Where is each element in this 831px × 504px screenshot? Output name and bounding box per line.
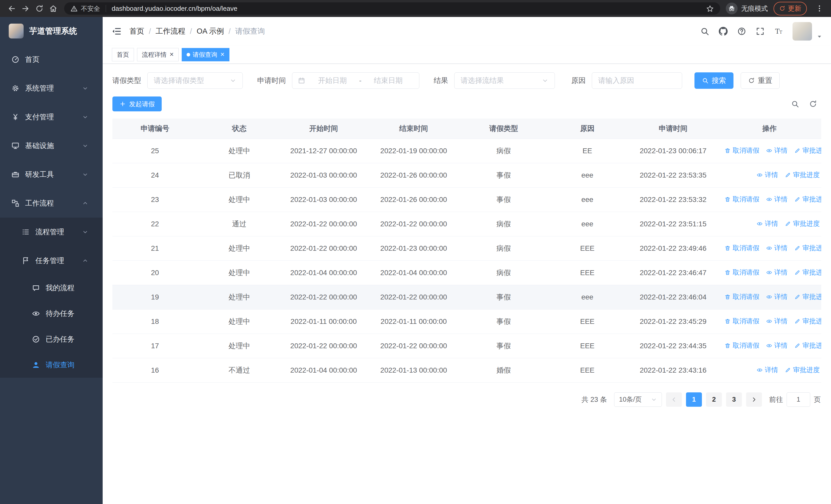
detail-link[interactable]: 详情 [766, 195, 787, 204]
detail-link[interactable]: 详情 [766, 268, 787, 277]
refresh-table-icon[interactable] [809, 100, 817, 108]
reason-input[interactable] [598, 77, 676, 85]
cell-start: 2022-01-04 00:00:00 [281, 358, 366, 382]
cell-apply_time: 2022-01-22 23:51:15 [629, 212, 718, 236]
detail-link[interactable]: 详情 [766, 243, 787, 253]
sidebar-collapse-icon[interactable] [111, 26, 122, 36]
sidebar-item-devtools[interactable]: 研发工具 [0, 160, 103, 189]
search-icon[interactable] [700, 27, 709, 36]
browser-menu-button[interactable] [812, 2, 826, 16]
sidebar-item-workflow[interactable]: 工作流程 [0, 189, 103, 217]
detail-link[interactable]: 详情 [766, 146, 787, 155]
sidebar-item-my-process[interactable]: 我的流程 [0, 275, 103, 301]
github-icon[interactable] [719, 27, 728, 36]
cancel-link[interactable]: 取消请假 [724, 146, 760, 155]
browser-forward-button[interactable] [19, 2, 32, 16]
delete-icon [724, 294, 730, 300]
page-size-select[interactable]: 10条/页 [614, 392, 662, 407]
sidebar-item-home[interactable]: 首页 [0, 45, 103, 74]
tab-0[interactable]: 首页 [112, 48, 134, 61]
detail-link[interactable]: 详情 [766, 341, 787, 350]
detail-link[interactable]: 详情 [756, 170, 778, 179]
chevron-down-icon [82, 171, 88, 178]
leave-type-select[interactable]: 请选择请假类型 [147, 72, 243, 89]
cell-status: 不通过 [197, 358, 281, 382]
briefcase-icon [11, 170, 20, 179]
breadcrumb-item[interactable]: 工作流程 [155, 26, 185, 36]
font-size-icon[interactable]: TT [774, 27, 783, 36]
goto-page-input[interactable] [786, 392, 810, 407]
browser-reload-button[interactable] [32, 2, 46, 16]
address-bar[interactable]: 不安全 dashboard.yudao.iocoder.cn/bpm/oa/le… [64, 2, 720, 14]
next-page-button[interactable] [746, 392, 762, 407]
tab-2[interactable]: 请假查询× [182, 48, 229, 61]
cancel-link[interactable]: 取消请假 [724, 243, 760, 253]
progress-link[interactable]: 审批进度 [794, 292, 821, 301]
cancel-link[interactable]: 取消请假 [724, 195, 760, 204]
detail-link[interactable]: 详情 [766, 292, 787, 301]
create-leave-button[interactable]: 发起请假 [112, 96, 162, 111]
sidebar-item-system[interactable]: 系统管理 [0, 74, 103, 102]
progress-link[interactable]: 审批进度 [794, 195, 821, 204]
page-button-2[interactable]: 2 [706, 392, 722, 407]
progress-link[interactable]: 审批进度 [785, 170, 820, 179]
edit-icon [794, 318, 800, 324]
update-button[interactable]: 更新 [774, 2, 807, 16]
page-button-3[interactable]: 3 [726, 392, 742, 407]
cell-actions: 详情审批进度 [718, 163, 821, 187]
prev-page-button[interactable] [666, 392, 682, 407]
apply-time-range-picker[interactable]: 开始日期 - 结束日期 [292, 72, 419, 89]
cell-status: 处理中 [197, 334, 281, 358]
cancel-link[interactable]: 取消请假 [724, 341, 760, 350]
progress-link[interactable]: 审批进度 [794, 243, 821, 253]
breadcrumb-item[interactable]: OA 示例 [197, 26, 224, 36]
detail-link[interactable]: 详情 [756, 365, 778, 375]
edit-icon [794, 269, 800, 276]
reason-input-wrapper [592, 72, 682, 89]
cancel-link[interactable]: 取消请假 [724, 317, 760, 326]
detail-link[interactable]: 详情 [756, 219, 778, 228]
result-select[interactable]: 请选择流结果 [454, 72, 555, 89]
question-icon[interactable] [737, 27, 746, 36]
progress-link[interactable]: 审批进度 [794, 146, 821, 155]
progress-link[interactable]: 审批进度 [785, 365, 820, 375]
page-button-1[interactable]: 1 [686, 392, 702, 407]
browser-home-button[interactable] [46, 2, 60, 16]
cell-actions: 取消请假详情审批进度 [718, 334, 821, 358]
breadcrumb-item[interactable]: 首页 [130, 26, 144, 36]
progress-link[interactable]: 审批进度 [794, 317, 821, 326]
yen-icon [11, 113, 20, 121]
reset-button[interactable]: 重置 [741, 72, 780, 89]
progress-link[interactable]: 审批进度 [785, 219, 820, 228]
cancel-link[interactable]: 取消请假 [724, 292, 760, 301]
security-label[interactable]: 不安全 [81, 4, 100, 13]
sidebar-item-leave-query[interactable]: 请假查询 [0, 352, 103, 378]
sidebar-item-task-management[interactable]: 任务管理 [0, 246, 103, 275]
fullscreen-icon[interactable] [755, 27, 765, 36]
sidebar-logo[interactable]: 芋道管理系统 [0, 17, 103, 45]
user-avatar[interactable] [793, 22, 812, 40]
avatar-caret-down-icon[interactable] [816, 34, 822, 39]
search-button[interactable]: 搜索 [694, 72, 734, 89]
app-title: 芋道管理系统 [29, 26, 77, 36]
cancel-link[interactable]: 取消请假 [724, 268, 760, 277]
tab-1[interactable]: 流程详情× [137, 48, 179, 61]
tab-close-icon[interactable]: × [221, 51, 225, 58]
url-text[interactable]: dashboard.yudao.iocoder.cn/bpm/oa/leave [112, 5, 706, 12]
sidebar-item-infrastructure[interactable]: 基础设施 [0, 131, 103, 160]
sidebar-item-todo-tasks[interactable]: 待办任务 [0, 301, 103, 326]
detail-link[interactable]: 详情 [766, 317, 787, 326]
progress-link[interactable]: 审批进度 [794, 341, 821, 350]
reset-button-label: 重置 [758, 76, 772, 85]
tab-close-icon[interactable]: × [170, 51, 174, 58]
cell-apply_time: 2022-01-22 23:44:35 [629, 334, 718, 358]
chevron-left-icon [671, 396, 677, 403]
action-label: 取消请假 [733, 341, 760, 350]
browser-back-button[interactable] [5, 2, 19, 16]
sidebar-item-process-management[interactable]: 流程管理 [0, 217, 103, 246]
progress-link[interactable]: 审批进度 [794, 268, 821, 277]
toggle-search-icon[interactable] [791, 100, 799, 108]
sidebar-item-done-tasks[interactable]: 已办任务 [0, 326, 103, 352]
bookmark-star-icon[interactable] [706, 5, 714, 12]
sidebar-item-payment[interactable]: 支付管理 [0, 102, 103, 131]
